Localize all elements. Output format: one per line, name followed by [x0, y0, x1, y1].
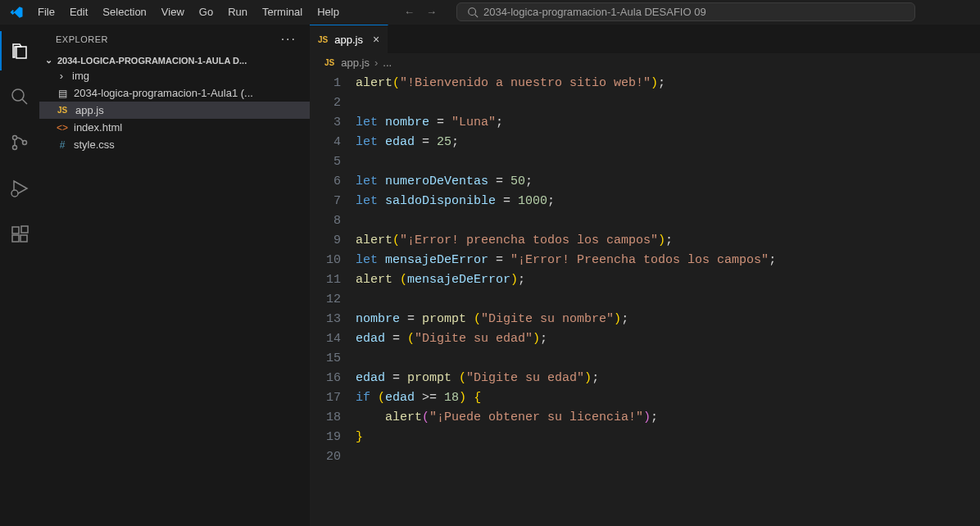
svg-rect-10 [20, 235, 27, 242]
activity-source-control-icon[interactable] [0, 123, 39, 162]
editor-tab[interactable]: JSapp.js× [310, 25, 388, 53]
sidebar-title: EXPLORER [56, 34, 108, 44]
svg-point-2 [12, 89, 24, 101]
main-menu: FileEditSelectionViewGoRunTerminalHelp [31, 2, 346, 21]
breadcrumb[interactable]: JS app.js › ... [310, 53, 980, 72]
code-line[interactable]: edad = prompt ("Digite su edad"); [356, 369, 980, 388]
generic-file-icon: ▤ [56, 88, 69, 99]
svg-line-3 [22, 99, 27, 104]
code-line[interactable]: alert("!Bienvenido a nuestro sitio web!"… [356, 74, 980, 93]
workspace-folder[interactable]: ⌄ 2034-LOGICA-PROGRAMACION-1-AULA D... [39, 53, 310, 67]
folder-name: 2034-LOGICA-PROGRAMACION-1-AULA D... [57, 56, 247, 66]
code-line[interactable]: nombre = prompt ("Digite su nombre"); [356, 310, 980, 329]
sidebar: EXPLORER ··· ⌄ 2034-LOGICA-PROGRAMACION-… [39, 25, 310, 526]
menu-view[interactable]: View [155, 2, 191, 21]
code-line[interactable] [356, 349, 980, 369]
css-file-icon: # [56, 139, 69, 151]
file-tree: ›img▤2034-logica-programacion-1-Aula1 (.… [39, 67, 310, 153]
sidebar-header: EXPLORER ··· [39, 25, 310, 53]
js-file-icon: JS [56, 106, 69, 115]
code-line[interactable]: let nombre = "Luna"; [356, 113, 980, 133]
code-line[interactable]: let edad = 25; [356, 133, 980, 152]
sidebar-more-icon[interactable]: ··· [281, 32, 297, 47]
svg-point-4 [13, 136, 17, 140]
activity-explorer-icon[interactable] [0, 31, 39, 70]
tree-file[interactable]: #style.css [39, 136, 310, 153]
code-line[interactable]: let numeroDeVentas = 50; [356, 172, 980, 192]
js-file-icon: JS [324, 58, 334, 67]
menu-run[interactable]: Run [221, 2, 254, 21]
activity-extensions-icon[interactable] [0, 215, 39, 254]
vscode-logo-icon [7, 2, 26, 22]
code-line[interactable] [356, 447, 980, 467]
tree-file[interactable]: ▤2034-logica-programacion-1-Aula1 (... [39, 84, 310, 102]
tab-label: app.js [334, 34, 363, 46]
breadcrumb-more: ... [383, 57, 392, 69]
file-name: index.html [74, 121, 122, 134]
file-name: style.css [74, 138, 115, 151]
nav-arrows: ← → [404, 6, 437, 18]
tree-folder[interactable]: ›img [39, 67, 310, 84]
titlebar: FileEditSelectionViewGoRunTerminalHelp ←… [0, 0, 980, 25]
search-text: 2034-logica-programacion-1-Aula DESAFIO … [483, 6, 706, 18]
html-file-icon: <> [56, 122, 69, 134]
tree-file[interactable]: <>index.html [39, 119, 310, 136]
nav-forward-icon[interactable]: → [426, 6, 437, 18]
svg-point-5 [13, 146, 17, 150]
editor-tabs: JSapp.js× [310, 25, 980, 53]
js-file-icon: JS [318, 35, 328, 44]
close-icon[interactable]: × [373, 33, 379, 46]
svg-line-1 [475, 14, 479, 17]
code-line[interactable] [356, 152, 980, 172]
code-line[interactable]: alert("¡Puede obtener su licencia!"); [356, 408, 980, 428]
file-name: img [72, 70, 89, 82]
menu-go[interactable]: Go [193, 2, 220, 21]
command-center-search[interactable]: 2034-logica-programacion-1-Aula DESAFIO … [456, 2, 915, 21]
menu-selection[interactable]: Selection [96, 2, 152, 21]
line-numbers: 1234567891011121314151617181920 [310, 74, 356, 526]
chevron-right-icon: › [56, 70, 67, 82]
file-name: app.js [75, 104, 104, 116]
menu-edit[interactable]: Edit [63, 2, 94, 21]
menu-terminal[interactable]: Terminal [256, 2, 309, 21]
activity-search-icon[interactable] [0, 77, 39, 116]
chevron-down-icon: ⌄ [43, 55, 54, 66]
code-line[interactable]: alert("¡Error! preencha todos los campos… [356, 231, 980, 251]
code-line[interactable] [356, 211, 980, 231]
tree-file[interactable]: JSapp.js [39, 102, 310, 119]
nav-back-icon[interactable]: ← [404, 6, 415, 18]
code-line[interactable]: alert (mensajeDeError); [356, 270, 980, 290]
menu-help[interactable]: Help [311, 2, 346, 21]
code-editor[interactable]: 1234567891011121314151617181920 alert("!… [310, 72, 980, 526]
svg-rect-11 [21, 226, 28, 233]
breadcrumb-file: app.js [341, 57, 370, 69]
svg-rect-9 [12, 235, 19, 242]
code-line[interactable] [356, 93, 980, 113]
code-line[interactable]: let saldoDisponible = 1000; [356, 192, 980, 211]
svg-rect-8 [12, 227, 19, 234]
code-line[interactable]: } [356, 428, 980, 447]
menu-file[interactable]: File [31, 2, 61, 21]
code-line[interactable]: edad = ("Digite su edad"); [356, 329, 980, 349]
file-name: 2034-logica-programacion-1-Aula1 (... [74, 87, 253, 99]
activity-debug-icon[interactable] [0, 169, 39, 208]
activity-bar [0, 25, 39, 526]
code-line[interactable]: if (edad >= 18) { [356, 388, 980, 408]
svg-point-0 [469, 7, 476, 15]
search-icon [467, 7, 479, 18]
chevron-right-icon: › [374, 57, 378, 69]
code-content[interactable]: alert("!Bienvenido a nuestro sitio web!"… [356, 74, 980, 526]
code-line[interactable] [356, 290, 980, 310]
svg-point-7 [11, 190, 18, 197]
editor-area: JSapp.js× JS app.js › ... 12345678910111… [310, 25, 980, 526]
code-line[interactable]: let mensajeDeError = "¡Error! Preencha t… [356, 251, 980, 270]
